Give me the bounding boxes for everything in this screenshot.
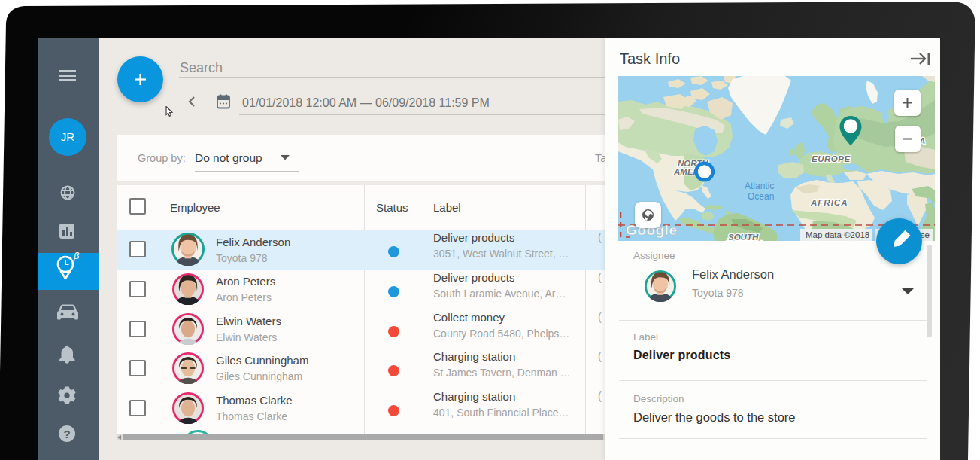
svg-text:Ocean: Ocean xyxy=(748,191,774,202)
svg-text:AFRICA: AFRICA xyxy=(810,198,848,207)
svg-text:Map data ©2018: Map data ©2018 xyxy=(806,230,869,239)
svg-text:?: ? xyxy=(63,428,70,440)
svg-text:β: β xyxy=(73,250,80,261)
svg-text:EUROPE: EUROPE xyxy=(812,154,851,163)
svg-text:AMERICA: AMERICA xyxy=(723,239,764,241)
svg-text:Atlantic: Atlantic xyxy=(745,181,774,191)
